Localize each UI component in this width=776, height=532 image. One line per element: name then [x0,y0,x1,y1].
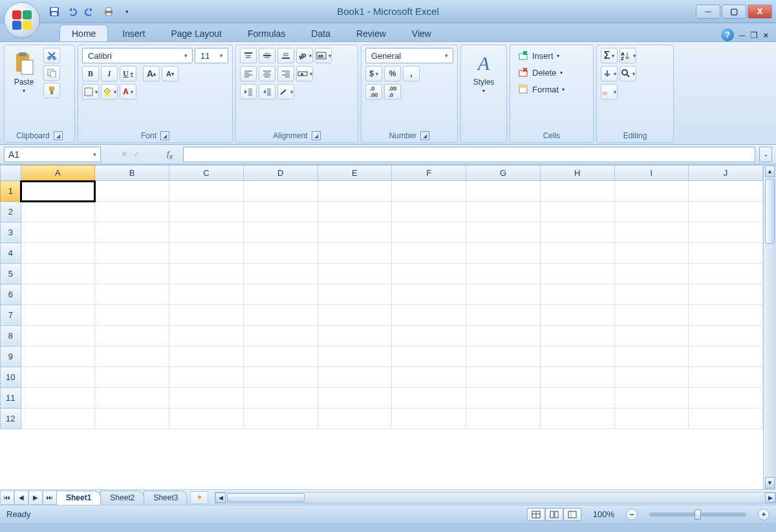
cell[interactable] [392,264,466,284]
cell[interactable] [466,222,541,243]
tab-home[interactable]: Home [59,25,108,41]
cell[interactable] [21,264,95,284]
underline-button[interactable]: U [120,66,136,81]
cell[interactable] [540,264,614,284]
cell[interactable] [21,305,95,326]
horizontal-scrollbar[interactable]: ◀ ▶ [215,492,776,504]
zoom-slider[interactable] [649,513,746,516]
cell[interactable] [243,222,318,243]
column-header[interactable]: D [243,165,318,181]
cell[interactable] [169,181,244,202]
cell[interactable] [318,202,392,222]
cell[interactable] [614,284,689,305]
cell[interactable] [392,326,466,346]
row-header[interactable]: 8 [1,326,21,346]
cell[interactable] [540,202,614,222]
cell[interactable] [169,326,244,346]
cell[interactable] [243,284,318,305]
find-select-button[interactable] [620,66,636,81]
cell[interactable] [95,346,169,367]
column-header[interactable]: G [466,165,541,181]
row-header[interactable]: 5 [1,264,21,284]
cell[interactable] [614,367,689,388]
number-launcher[interactable]: ◢ [420,131,429,140]
orientation2-button[interactable] [277,84,294,100]
cell[interactable] [540,409,614,429]
cell[interactable] [392,367,466,388]
cell[interactable] [243,326,318,346]
cell[interactable] [21,284,95,305]
wrap-text-button[interactable]: ab [315,48,332,63]
cell[interactable] [466,326,541,346]
zoom-in-button[interactable]: + [758,509,770,520]
cell[interactable] [21,222,95,243]
row-header[interactable]: 4 [1,243,21,264]
shrink-font-button[interactable]: A▾ [162,66,178,81]
cell[interactable] [95,181,169,202]
delete-cells-button[interactable]: Delete▾ [514,65,567,80]
cell[interactable] [614,388,689,409]
cell[interactable] [169,367,244,388]
align-top-button[interactable] [240,48,257,63]
sheet-nav-next-button[interactable]: ▶ [28,491,43,505]
cell[interactable] [466,202,541,222]
cell[interactable] [689,284,763,305]
page-break-view-button[interactable] [563,508,581,521]
cell[interactable] [169,388,244,409]
row-header[interactable]: 6 [1,284,21,305]
zoom-slider-knob[interactable] [695,509,701,520]
cell[interactable] [466,346,541,367]
cell[interactable] [392,346,466,367]
merge-center-button[interactable]: a [296,66,313,81]
cell[interactable] [614,243,689,264]
cell[interactable] [243,181,318,202]
cell[interactable] [466,367,541,388]
cell[interactable] [318,264,392,284]
paste-button[interactable]: Paste ▾ [8,48,39,96]
normal-view-button[interactable] [527,508,545,521]
cell[interactable] [95,367,169,388]
cell[interactable] [169,264,244,284]
cell[interactable] [21,202,95,222]
cell[interactable] [689,305,763,326]
zoom-value[interactable]: 100% [588,509,620,519]
fill-color-button[interactable] [101,84,118,100]
cell[interactable] [614,409,689,429]
cell[interactable] [95,326,169,346]
row-header[interactable]: 12 [1,409,21,429]
cell[interactable] [243,388,318,409]
format-painter-button[interactable] [43,83,60,98]
tab-page-layout[interactable]: Page Layout [159,25,233,41]
cell[interactable] [689,264,763,284]
cell[interactable] [392,388,466,409]
cell[interactable] [318,346,392,367]
align-left-button[interactable] [240,66,257,81]
increase-indent-button[interactable] [259,84,275,100]
vertical-scrollbar[interactable]: ▲ ▼ [763,165,776,489]
column-header[interactable]: H [540,165,614,181]
insert-cells-button[interactable]: Insert▾ [514,48,564,63]
cell[interactable] [95,202,169,222]
tab-view[interactable]: View [400,25,443,41]
page-layout-view-button[interactable] [545,508,563,521]
cell[interactable] [614,202,689,222]
cell[interactable] [318,243,392,264]
cell[interactable] [689,326,763,346]
clear-button[interactable] [601,84,618,100]
grow-font-button[interactable]: A▴ [143,66,160,81]
sheet-nav-first-button[interactable]: ⏮ [0,491,14,505]
zoom-out-button[interactable]: − [626,509,638,520]
cell[interactable] [392,284,466,305]
format-cells-button[interactable]: Format▾ [514,81,569,97]
increase-decimal-button[interactable]: .0.00 [365,84,382,100]
enter-formula-icon[interactable]: ✓ [131,149,143,159]
sheet-nav-last-button[interactable]: ⏭ [43,491,57,505]
scroll-right-button[interactable]: ▶ [765,493,775,503]
cell[interactable] [540,346,614,367]
cell[interactable] [318,284,392,305]
cell[interactable] [318,222,392,243]
sheet-tab[interactable]: Sheet2 [100,491,144,505]
cell[interactable] [95,409,169,429]
doc-close-button[interactable]: × [763,30,768,40]
bold-button[interactable]: B [82,66,99,81]
